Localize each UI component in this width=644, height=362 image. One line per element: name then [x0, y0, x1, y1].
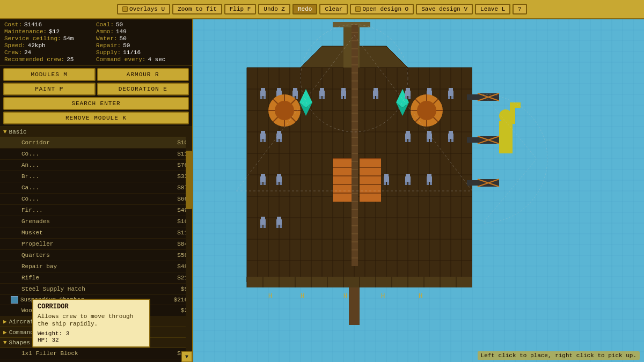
stat-col-repair: Repair: 50 — [96, 42, 188, 49]
main-viewport[interactable]: Left click to place, right click to pick… — [193, 19, 644, 362]
module-name: Rifle — [21, 275, 177, 281]
scrollbar-track — [186, 127, 192, 362]
save-design-button[interactable]: Save design V — [416, 4, 473, 14]
tooltip-hp-label: HP: — [38, 337, 48, 343]
list-item[interactable]: Br... $33 — [0, 171, 192, 182]
list-item[interactable]: Grenades $16 — [0, 216, 192, 227]
category-command-arrow: ▶ — [3, 329, 7, 336]
module-icon — [11, 195, 19, 203]
leave-button[interactable]: Leave L — [475, 4, 510, 14]
module-icon — [11, 306, 19, 315]
cost-label: Cost: — [4, 21, 22, 28]
overlays-button[interactable]: Overlays U — [117, 4, 170, 14]
ammo-value: 149 — [116, 28, 127, 35]
maintenance-value: $12 — [49, 28, 60, 35]
module-name: An... — [21, 162, 177, 168]
list-item[interactable]: Corridor $10 — [0, 137, 192, 149]
open-design-button[interactable]: Open design O — [350, 4, 414, 14]
stat-col-ammo: Ammo: 149 — [96, 28, 188, 35]
list-item[interactable]: Steel Supply Hatch $5 — [0, 284, 192, 295]
armour-button[interactable]: Armour R — [97, 68, 189, 81]
tooltip-weight-value: 3 — [66, 330, 70, 337]
redo-button[interactable]: Redo — [292, 4, 317, 14]
open-design-label: Open design O — [362, 6, 408, 12]
tooltip-weight-label: Weight: — [38, 330, 62, 337]
redo-label: Redo — [298, 6, 312, 12]
scrollbar-thumb[interactable] — [186, 151, 192, 210]
help-button[interactable]: ? — [513, 4, 527, 14]
list-item[interactable]: Co... $66 — [0, 194, 192, 205]
list-item[interactable]: Propeller $84 — [0, 239, 192, 250]
list-item[interactable]: An... $76 — [0, 160, 192, 171]
list-item[interactable]: Musket $11 — [0, 227, 192, 239]
repair-value: 50 — [123, 42, 130, 49]
category-basic[interactable]: ▼ Basic — [0, 127, 192, 137]
paint-button[interactable]: Paint P — [3, 83, 96, 95]
flip-button[interactable]: Flip F — [224, 4, 257, 14]
undo-button[interactable]: Undo Z — [258, 4, 290, 14]
water-label: Water: — [96, 35, 118, 42]
remove-module-button[interactable]: Remove module K — [3, 112, 189, 124]
cost-value: $1416 — [24, 21, 42, 28]
crew-label: Crew: — [4, 49, 22, 56]
clear-label: Clear — [325, 6, 342, 12]
maintenance-label: Maintenance: — [4, 28, 47, 35]
module-icon — [11, 183, 19, 192]
module-tooltip: CORRIDOR Allows crew to move through the… — [32, 299, 150, 348]
list-item[interactable]: Co... $11 — [0, 149, 192, 160]
list-item[interactable]: 1x1 Filler Block $14 — [0, 348, 192, 359]
list-item[interactable]: Ca... $87 — [0, 182, 192, 194]
flip-label: Flip F — [230, 6, 251, 12]
stat-row-crew: Crew: 24 Supply: 11/16 — [4, 49, 188, 56]
module-name: Fir... — [21, 207, 177, 213]
module-name: 1x1 Filler Block — [21, 350, 177, 357]
stat-col-coal: Coal: 50 — [96, 21, 188, 28]
list-item[interactable]: Rifle $21 — [0, 272, 192, 284]
module-name: Corridor — [21, 139, 177, 146]
module-name: Br... — [21, 173, 177, 180]
module-name: Co... — [21, 196, 177, 202]
speed-label: Speed: — [4, 42, 26, 49]
module-name: Repair bay — [21, 263, 177, 270]
module-icon — [11, 172, 19, 181]
module-name: Quarters — [21, 252, 177, 258]
category-shapes-arrow: ▼ — [3, 339, 7, 346]
stat-col-crew: Crew: 24 — [4, 49, 96, 56]
stat-col-maintenance: Maintenance: $12 — [4, 28, 96, 35]
open-design-key-indicator — [355, 6, 361, 12]
tooltip-stats: Weight: 3 HP: 32 — [38, 330, 145, 343]
list-item[interactable]: Quarters $58 — [0, 250, 192, 261]
module-name: Steel Supply Hatch — [21, 286, 181, 292]
stat-row-recommended: Recommended crew: 25 Command every: 4 se… — [4, 56, 188, 63]
crew-value: 24 — [24, 49, 31, 56]
category-basic-arrow: ▼ — [3, 129, 7, 135]
stat-col-cost: Cost: $1416 — [4, 21, 96, 28]
stat-row-service: Service ceiling: 54m Water: 50 — [4, 35, 188, 42]
zoom-to-fit-button[interactable]: Zoom to fit — [172, 4, 222, 14]
list-item[interactable]: Repair bay $48 — [0, 261, 192, 272]
list-item[interactable]: Fir... $49 — [0, 205, 192, 216]
clear-button[interactable]: Clear — [319, 4, 348, 14]
stat-row-speed: Speed: 42kph Repair: 50 — [4, 42, 188, 49]
coal-label: Coal: — [96, 21, 114, 28]
overlays-label: Overlays U — [129, 6, 165, 12]
command-label: Command every: — [96, 56, 145, 63]
mode-buttons: Modules M Armour R Paint P Decoration E … — [0, 66, 192, 127]
module-icon — [11, 262, 19, 271]
recommended-label: Recommended crew: — [4, 56, 64, 63]
modules-button[interactable]: Modules M — [3, 68, 96, 81]
scroll-down-button[interactable]: ▼ — [181, 351, 192, 362]
module-icon — [11, 161, 19, 169]
module-name: Grenades — [21, 218, 177, 225]
category-basic-label: Basic — [9, 129, 27, 135]
search-button[interactable]: Search ENTER — [3, 97, 189, 110]
module-name: Co... — [21, 151, 177, 157]
module-list[interactable]: ▼ Basic Corridor $10 CORRIDOR Allows cre… — [0, 127, 192, 362]
repair-label: Repair: — [96, 42, 121, 49]
ship-canvas — [193, 19, 644, 362]
supply-label: Supply: — [96, 49, 121, 56]
coal-value: 50 — [116, 21, 123, 28]
decoration-button[interactable]: Decoration E — [97, 83, 189, 95]
toolbar: Overlays U Zoom to fit Flip F Undo Z Red… — [0, 0, 644, 19]
module-icon — [11, 240, 19, 248]
